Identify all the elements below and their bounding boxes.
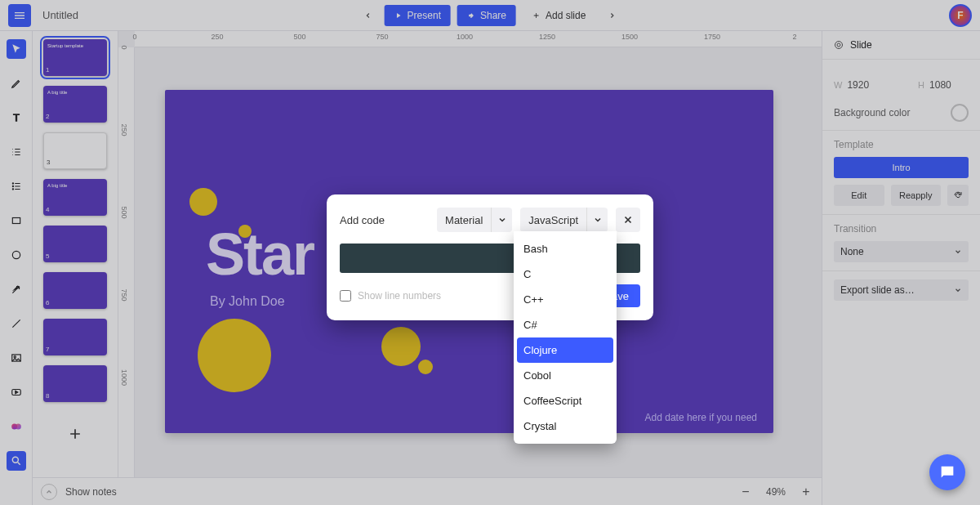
language-dropdown: BashCC++C#ClojureCobolCoffeeScriptCrysta… — [514, 231, 617, 444]
language-option[interactable]: C# — [514, 312, 617, 337]
close-modal-button[interactable] — [616, 208, 640, 232]
language-option[interactable]: Cobol — [514, 363, 617, 388]
code-language-select[interactable]: JavaScript — [520, 208, 608, 232]
language-option[interactable]: Crystal — [514, 413, 617, 439]
chat-fab[interactable] — [929, 454, 965, 490]
chevron-down-icon — [497, 215, 507, 225]
language-option[interactable]: Clojure — [517, 337, 613, 363]
chat-icon — [938, 463, 956, 481]
modal-title: Add code — [340, 214, 385, 226]
code-theme-select[interactable]: Material — [437, 208, 512, 232]
language-option[interactable]: C++ — [514, 287, 617, 312]
language-option[interactable]: CoffeeScript — [514, 388, 617, 413]
language-option[interactable]: C — [514, 261, 617, 287]
close-icon — [622, 214, 634, 226]
line-numbers-checkbox[interactable]: Show line numbers — [340, 290, 441, 302]
language-option[interactable]: Bash — [514, 236, 617, 261]
line-numbers-checkbox-input[interactable] — [340, 290, 351, 302]
chevron-down-icon — [593, 215, 603, 225]
